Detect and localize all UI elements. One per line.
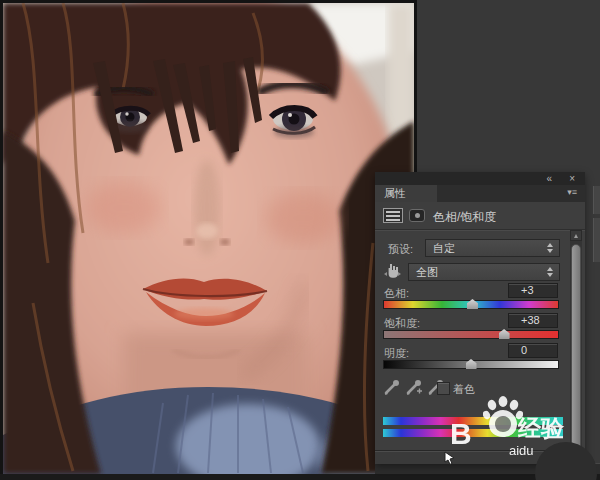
- preset-label: 预设:: [388, 242, 413, 257]
- channel-select[interactable]: 全图: [408, 263, 560, 281]
- close-panel-icon[interactable]: ×: [569, 172, 575, 185]
- hue-slider-thumb[interactable]: [467, 299, 478, 309]
- lightness-label: 明度:: [384, 346, 409, 361]
- app-background-strip: [0, 474, 600, 480]
- colorize-checkbox[interactable]: [437, 382, 450, 395]
- dropdown-arrows-icon: [547, 267, 554, 277]
- panel-menu-icon[interactable]: ▾≡: [567, 187, 577, 197]
- adjustment-title: 色相/饱和度: [433, 209, 496, 226]
- channel-value: 全图: [416, 266, 438, 278]
- watermark-small-text: aidu: [509, 443, 534, 458]
- panel-dock-edge[interactable]: [593, 186, 600, 214]
- hue-saturation-adjustment-icon: [383, 208, 403, 223]
- panel-dock-edge[interactable]: [593, 218, 600, 262]
- hue-label: 色相:: [384, 286, 409, 301]
- watermark-cn-text: 经验: [518, 413, 570, 444]
- colorize-label: 着色: [453, 382, 475, 397]
- portrait-illustration: [3, 3, 414, 474]
- hue-value-field[interactable]: +3: [508, 283, 558, 298]
- clip-to-layer-icon[interactable]: [409, 209, 425, 222]
- tab-properties[interactable]: 属性: [375, 185, 437, 202]
- saturation-label: 饱和度:: [384, 316, 420, 331]
- paw-logo-icon: [483, 396, 523, 446]
- lightness-slider[interactable]: [383, 360, 559, 369]
- panel-titlebar: « ×: [375, 172, 585, 185]
- dropdown-arrows-icon: [547, 243, 554, 253]
- preset-value: 自定: [433, 242, 455, 254]
- canvas-photo: [0, 0, 417, 477]
- lightness-slider-thumb[interactable]: [466, 359, 477, 369]
- eyedropper-icon[interactable]: [384, 378, 400, 396]
- targeted-adjustment-tool-icon[interactable]: [384, 262, 401, 284]
- lightness-value-field[interactable]: 0: [508, 343, 558, 358]
- saturation-slider-thumb[interactable]: [499, 329, 510, 339]
- watermark-letter: B: [450, 417, 472, 451]
- saturation-slider[interactable]: [383, 330, 559, 339]
- saturation-value-field[interactable]: +38: [508, 313, 558, 328]
- divider: [375, 229, 585, 231]
- photoshop-screenshot: « × 属性 ▾≡ 色相/饱和度 预设: 自定 全图: [0, 0, 600, 480]
- mouse-cursor: [444, 451, 456, 469]
- panel-tabbar: 属性 ▾≡: [375, 185, 585, 202]
- hue-slider[interactable]: [383, 300, 559, 309]
- preset-select[interactable]: 自定: [425, 239, 560, 257]
- scrollbar-thumb[interactable]: [571, 244, 581, 450]
- scrollbar-up-arrow[interactable]: [570, 230, 582, 241]
- eyedropper-add-icon[interactable]: [406, 378, 422, 396]
- collapse-panel-icon[interactable]: «: [546, 172, 551, 185]
